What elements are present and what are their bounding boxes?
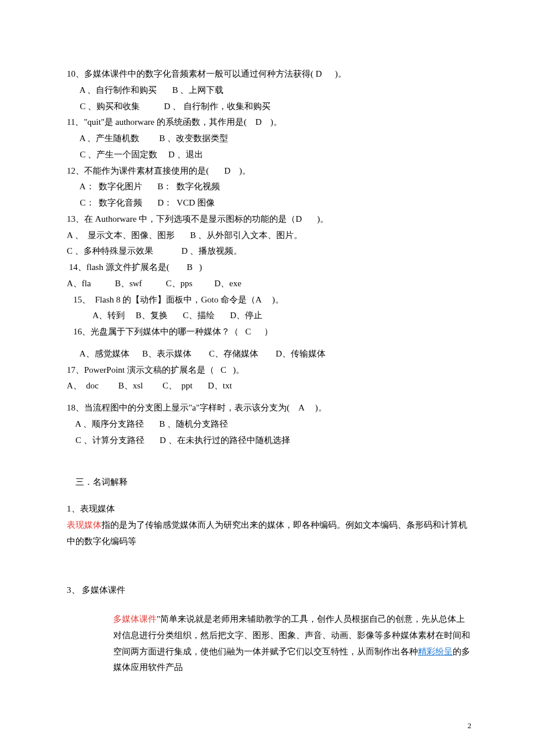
q13-stem: 13、在 Authorware 中，下列选项不是显示图标的功能的是（D )。 [67, 211, 473, 228]
section-3-heading: 三．名词解释 [67, 474, 473, 491]
def3-title: 3、 多媒体课件 [67, 582, 473, 599]
q15-options: A、转到 B、复换 C、描绘 D、停止 [67, 308, 473, 324]
page-number: 2 [468, 719, 472, 733]
q16-options: A、感觉媒体 B、表示媒体 C、存储媒体 D、传输媒体 [67, 346, 473, 362]
q11-options-cd: C 、产生一个固定数 D 、退出 [67, 147, 473, 163]
document-body: 10、多媒体课件中的数字化音频素材一般可以通过何种方法获得( D )。 A 、自… [0, 0, 534, 676]
def3-body: 多媒体课件"简单来说就是老师用来辅助教学的工具，创作人员根据自己的创意，先从总体… [67, 611, 473, 676]
def1-body: 表现媒体指的是为了传输感觉媒体而人为研究出来的媒体，即各种编码。例如文本编码、条… [67, 517, 473, 550]
def3-term: 多媒体课件 [113, 614, 157, 624]
q10-options-cd: C 、购买和收集 D 、 自行制作，收集和购买 [67, 99, 473, 115]
q13-options-cd: C 、多种特殊显示效果 D 、播放视频。 [67, 243, 473, 260]
q14-stem: 14、flash 源文件扩展名是( B ) [67, 260, 473, 276]
q12-options-cd: C： 数字化音频 D： VCD 图像 [67, 195, 473, 211]
q15-stem: 15、 Flash 8 的【动作】面板中，Goto 命令是（A )。 [67, 292, 473, 308]
q18-options-ab: A 、顺序分支路径 B 、随机分支路径 [67, 416, 473, 433]
q17-stem: 17、PowerPoint 演示文稿的扩展名是（ C )。 [67, 362, 473, 379]
q17-options: A、 doc B、xsl C、 ppt D、txt [67, 378, 473, 394]
q13-options-ab: A 、 显示文本、图像、图形 B 、从外部引入文本、图片。 [67, 228, 473, 244]
q14-options: A、fla B、swf C、pps D、exe [67, 276, 473, 292]
q16-stem: 16、光盘属于下列媒体中的哪一种媒体？（ C ） [67, 324, 473, 340]
q18-stem: 18、当流程图中的分支图上显示"a"字样时，表示该分支为( A )。 [67, 400, 473, 416]
q18-options-cd: C 、计算分支路径 D 、在未执行过的路径中随机选择 [67, 433, 473, 449]
def1-text: 指的是为了传输感觉媒体而人为研究出来的媒体，即各种编码。例如文本编码、条形码和计… [67, 520, 467, 546]
q11-stem: 11、"quit"是 authorware 的系统函数，其作用是( D )。 [67, 114, 473, 131]
q11-options-ab: A 、产生随机数 B 、改变数据类型 [67, 131, 473, 147]
q10-stem: 10、多媒体课件中的数字化音频素材一般可以通过何种方法获得( D )。 [67, 66, 473, 82]
q12-options-ab: A： 数字化图片 B： 数字化视频 [67, 179, 473, 195]
def3-text-part1: "简单来说就是老师用来辅助教学的工具，创作人员根据自己的创意，先从总体上对信息进… [113, 614, 470, 656]
q12-stem: 12、不能作为课件素材直接使用的是( D )。 [67, 163, 473, 179]
def1-term: 表现媒体 [67, 520, 102, 530]
q10-options-ab: A 、自行制作和购买 B 、上网下载 [67, 82, 473, 99]
def3-link[interactable]: 精彩纷呈 [418, 647, 453, 656]
def1-title: 1、表现媒体 [67, 501, 473, 517]
